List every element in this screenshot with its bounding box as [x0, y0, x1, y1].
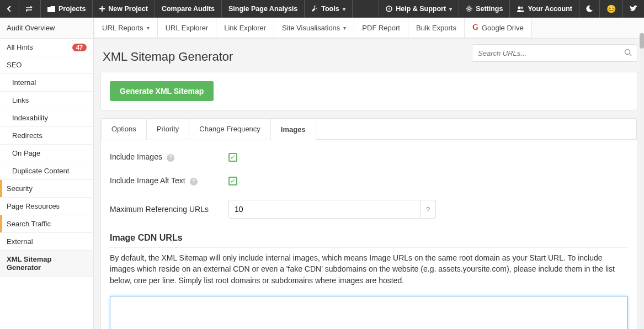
single-page-analysis-link[interactable]: Single Page Analysis — [222, 0, 305, 18]
projects-label: Projects — [58, 5, 86, 13]
search-icon[interactable] — [624, 49, 632, 56]
top-navbar: Projects New Project Compare Audits Sing… — [0, 0, 644, 18]
max-ref-row: Maximum Referencing URLs ? — [110, 200, 628, 219]
settings-link[interactable]: Settings — [459, 0, 509, 18]
include-alt-checkbox[interactable]: ✓ — [228, 177, 237, 185]
generate-panel: Generate XML Sitemap — [100, 72, 637, 110]
sidebar-item-page-resources[interactable]: Page Resources — [0, 198, 93, 215]
max-ref-label: Maximum Referencing URLs — [110, 205, 228, 214]
svg-point-2 — [468, 8, 470, 10]
caret-down-icon: ▾ — [343, 6, 345, 12]
tab-google-drive[interactable]: GGoogle Drive — [464, 18, 532, 38]
subtab-change-frequency[interactable]: Change Frequency — [189, 119, 271, 140]
subtab-options[interactable]: Options — [102, 119, 147, 140]
include-alt-row: Include Image Alt Text ? ✓ — [110, 176, 628, 185]
cdn-heading: Image CDN URLs — [110, 233, 628, 248]
svg-point-3 — [518, 6, 521, 9]
folder-icon — [47, 6, 55, 12]
projects-menu[interactable]: Projects — [41, 0, 93, 18]
tab-link-explorer[interactable]: Link Explorer — [216, 18, 274, 38]
svg-point-4 — [521, 7, 523, 9]
help-icon[interactable]: ? — [167, 154, 174, 162]
plus-icon — [99, 6, 105, 12]
tools-menu[interactable]: Tools ▾ — [305, 0, 352, 18]
swap-icon[interactable] — [19, 0, 41, 18]
gear-icon — [466, 6, 472, 12]
compare-audits-link[interactable]: Compare Audits — [155, 0, 222, 18]
subtab-priority[interactable]: Priority — [147, 119, 189, 140]
sidebar-item-seo[interactable]: SEO — [0, 56, 93, 74]
sidebar: All Hints 47 SEO Internal Links Indexabi… — [0, 39, 94, 329]
caret-down-icon: ▾ — [449, 6, 452, 12]
your-account-menu[interactable]: Your Account — [509, 0, 579, 18]
dark-mode-toggle[interactable] — [579, 0, 599, 18]
include-images-label: Include Images ? — [110, 152, 228, 162]
sidebar-item-external[interactable]: External — [0, 233, 93, 251]
svg-point-5 — [625, 50, 630, 55]
moon-icon — [586, 6, 593, 12]
generate-xml-sitemap-button[interactable]: Generate XML Sitemap — [110, 81, 214, 101]
new-project-button[interactable]: New Project — [93, 0, 155, 18]
google-icon: G — [472, 23, 478, 32]
sidebar-item-search-traffic[interactable]: Search Traffic — [0, 215, 93, 233]
twitter-icon — [630, 6, 637, 12]
svg-text:?: ? — [388, 7, 391, 12]
subtabs: Options Priority Change Frequency Images — [101, 119, 637, 140]
tab-url-reports[interactable]: URL Reports▾ — [94, 18, 158, 38]
tab-pdf-report[interactable]: PDF Report — [354, 18, 408, 38]
cdn-urls-textarea[interactable] — [110, 296, 628, 329]
audit-overview-label[interactable]: Audit Overview — [0, 18, 94, 38]
users-icon — [517, 6, 524, 12]
sidebar-item-xml-sitemap-generator[interactable]: XML Sitemap Generator — [0, 251, 93, 277]
search-urls-box — [472, 44, 637, 62]
caret-down-icon: ▾ — [147, 25, 150, 31]
tab-site-visualisations[interactable]: Site Visualisations▾ — [274, 18, 354, 38]
help-icon: ? — [386, 6, 392, 12]
sidebar-item-links[interactable]: Links — [0, 92, 93, 109]
caret-down-icon: ▾ — [343, 25, 346, 31]
sidebar-item-indexability[interactable]: Indexability — [0, 109, 93, 127]
sidebar-item-security[interactable]: Security — [0, 180, 93, 198]
include-images-checkbox[interactable]: ✓ — [228, 153, 237, 162]
sitemap-settings: Options Priority Change Frequency Images — [100, 118, 637, 140]
images-tab-panel: Include Images ? ✓ Include Image Alt Tex… — [100, 140, 637, 329]
tab-bulk-exports[interactable]: Bulk Exports — [408, 18, 465, 38]
main-content: XML Sitemap Generator Generate XML Sitem… — [94, 39, 644, 329]
emoji-button[interactable]: 😊 — [599, 0, 622, 18]
sidebar-item-redirects[interactable]: Redirects — [0, 127, 93, 145]
secondary-navbar: Audit Overview URL Reports▾ URL Explorer… — [0, 18, 644, 39]
sidebar-item-all-hints[interactable]: All Hints 47 — [0, 39, 93, 56]
svg-line-6 — [630, 54, 631, 56]
back-button[interactable] — [0, 0, 19, 18]
new-project-label: New Project — [108, 5, 148, 13]
max-ref-input[interactable] — [228, 200, 421, 219]
scrollbar-thumb[interactable] — [640, 33, 644, 49]
hints-count-badge: 47 — [72, 44, 87, 51]
max-ref-help-button[interactable]: ? — [421, 200, 436, 219]
sidebar-item-on-page[interactable]: On Page — [0, 145, 93, 162]
include-alt-label: Include Image Alt Text ? — [110, 176, 228, 185]
cdn-description: By default, the XML Sitemap will only in… — [110, 252, 628, 286]
help-support-menu[interactable]: ? Help & Support ▾ — [379, 0, 459, 18]
main-layout: All Hints 47 SEO Internal Links Indexabi… — [0, 39, 644, 329]
help-icon[interactable]: ? — [190, 178, 198, 185]
scrollbar-track[interactable] — [640, 33, 644, 329]
smile-icon: 😊 — [606, 4, 616, 13]
tab-url-explorer[interactable]: URL Explorer — [157, 18, 217, 38]
include-images-row: Include Images ? ✓ — [110, 152, 628, 162]
sidebar-item-duplicate-content[interactable]: Duplicate Content — [0, 162, 93, 180]
wrench-icon — [311, 6, 318, 12]
subtab-images[interactable]: Images — [271, 120, 316, 140]
tools-label: Tools — [321, 5, 339, 13]
sidebar-item-internal[interactable]: Internal — [0, 74, 93, 92]
twitter-link[interactable] — [622, 0, 644, 18]
search-input[interactable] — [472, 44, 637, 62]
